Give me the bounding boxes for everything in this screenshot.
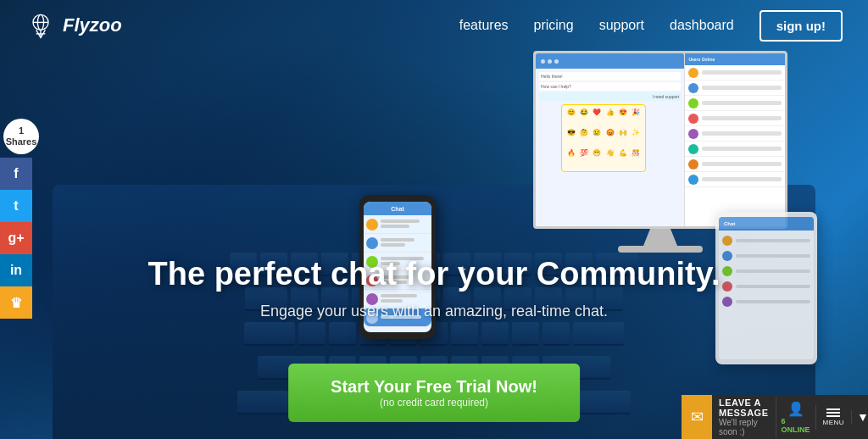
nav-features[interactable]: features xyxy=(459,18,509,33)
envelope-icon: ✉ xyxy=(682,395,712,439)
widget-menu-button[interactable]: MENU xyxy=(815,405,852,430)
googleplus-share-button[interactable]: g+ xyxy=(0,222,32,254)
twitter-share-button[interactable]: t xyxy=(0,190,32,222)
linkedin-share-button[interactable]: in xyxy=(0,254,32,286)
phone-chat-header: Chat xyxy=(364,202,431,215)
monitor-base xyxy=(618,246,703,253)
chevron-down-icon[interactable]: ▼ xyxy=(851,410,868,424)
monitor-stand xyxy=(643,229,677,246)
menu-line-1 xyxy=(826,408,840,410)
tablet-screen: Chat xyxy=(719,217,814,359)
hero-headline: The perfect chat for your Community. xyxy=(137,255,731,294)
signup-button[interactable]: sign up! xyxy=(760,10,843,42)
main-nav: features pricing support dashboard sign … xyxy=(459,10,843,42)
monitor-screen: Hello there! How can I help? I need supp… xyxy=(533,51,787,229)
live-chat-widget[interactable]: ✉ LEAVE A MESSAGE We'll reply soon :) 👤 … xyxy=(682,395,868,439)
shares-label: Shares xyxy=(6,136,37,147)
logo[interactable]: Flyzoo xyxy=(25,10,122,41)
cta-area: Start Your Free Trial Now! (no credit ca… xyxy=(288,364,580,422)
share-number: 1 xyxy=(19,125,24,136)
crown-share-button[interactable]: ♛ xyxy=(0,286,32,319)
nav-dashboard[interactable]: dashboard xyxy=(670,18,734,33)
emoji-panel: 😊 😂 ❤️ 👍 😍 🎉 😎 🤔 😢 😡 🙌 ✨ xyxy=(561,104,646,172)
users-icon: 👤 xyxy=(787,401,804,417)
online-count: 6 ONLINE xyxy=(782,417,810,434)
logo-text: Flyzoo xyxy=(63,14,122,36)
logo-icon xyxy=(25,10,56,41)
nav-support[interactable]: support xyxy=(599,18,644,33)
phone-chat-row xyxy=(364,234,431,253)
menu-line-3 xyxy=(826,415,840,417)
hero-section: Flyzoo features pricing support dashboar… xyxy=(0,0,868,439)
cta-button-subtext: (no credit card required) xyxy=(331,397,537,408)
widget-subtitle: We'll reply soon :) xyxy=(719,418,769,436)
widget-title: LEAVE A MESSAGE xyxy=(719,397,769,418)
phone-chat-row xyxy=(364,215,431,234)
users-panel: Users Online xyxy=(685,53,785,226)
nav-pricing[interactable]: pricing xyxy=(534,18,574,33)
cta-button-text: Start Your Free Trial Now! xyxy=(331,377,537,397)
cta-button[interactable]: Start Your Free Trial Now! (no credit ca… xyxy=(288,364,580,422)
share-count: 1 Shares xyxy=(3,119,39,154)
facebook-share-button[interactable]: f xyxy=(0,158,32,190)
menu-line-2 xyxy=(826,412,840,414)
tablet-mockup: Chat xyxy=(715,212,817,364)
hero-subheadline: Engage your users with an amazing, real-… xyxy=(137,303,731,320)
widget-text-area: LEAVE A MESSAGE We'll reply soon :) xyxy=(712,394,776,439)
menu-label: MENU xyxy=(823,419,845,426)
header: Flyzoo features pricing support dashboar… xyxy=(0,0,868,51)
hero-text-container: The perfect chat for your Community. Eng… xyxy=(137,255,731,337)
widget-users-section: 👤 6 ONLINE xyxy=(776,397,815,437)
social-sidebar: 1 Shares f t g+ in ♛ xyxy=(0,119,39,319)
